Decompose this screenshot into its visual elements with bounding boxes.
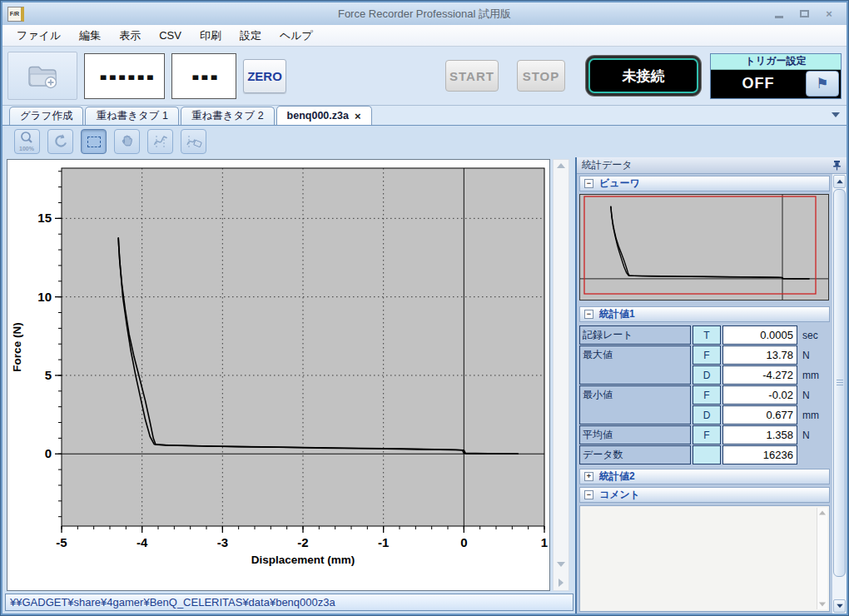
zoom-100-button[interactable]: 100% bbox=[14, 129, 40, 154]
connection-status-button[interactable]: 未接続 bbox=[588, 58, 698, 93]
scroll-down-button[interactable] bbox=[833, 599, 846, 613]
menu-item-ヘルプ[interactable]: ヘルプ bbox=[271, 25, 322, 47]
stat-row-label: 記録レート bbox=[579, 325, 691, 345]
trigger-settings-group: トリガー設定 OFF ⚑ bbox=[710, 53, 842, 99]
comment-scrollbar[interactable] bbox=[817, 508, 827, 609]
menu-item-設定[interactable]: 設定 bbox=[231, 25, 271, 47]
svg-text:Displacement (mm): Displacement (mm) bbox=[251, 554, 355, 566]
menu-item-CSV[interactable]: CSV bbox=[150, 26, 191, 45]
stat-value-field: -4.272 bbox=[722, 365, 797, 385]
main-content: -5-4-3-2-101051015Displacement (mm)Force… bbox=[2, 157, 847, 614]
minimize-icon bbox=[775, 16, 783, 18]
scroll-up-icon bbox=[837, 180, 843, 184]
main-toolbar: ------ --- ZERO START STOP 未接続 トリガー設定 OF… bbox=[2, 47, 847, 106]
stat-unit-label: N bbox=[799, 345, 830, 365]
stat-row-label: データ数 bbox=[579, 445, 691, 464]
tab-重ね書きタブ 2[interactable]: 重ね書きタブ 2 bbox=[181, 107, 275, 125]
section-header-viewer[interactable]: − ビューワ bbox=[579, 176, 830, 191]
force-displacement-chart[interactable]: -5-4-3-2-101051015Displacement (mm)Force… bbox=[7, 159, 550, 591]
open-file-button[interactable] bbox=[7, 52, 77, 100]
comment-textarea[interactable] bbox=[579, 505, 830, 612]
scrollbar-thumb[interactable] bbox=[833, 189, 846, 577]
tab-list-dropdown-icon[interactable] bbox=[832, 112, 840, 117]
menu-item-ファイル[interactable]: ファイル bbox=[7, 25, 70, 47]
collapse-icon[interactable]: − bbox=[584, 179, 593, 188]
menu-item-編集[interactable]: 編集 bbox=[70, 25, 110, 47]
viewer-canvas[interactable] bbox=[579, 194, 829, 301]
status-bar: ¥¥GADGET¥share¥4gamer¥BenQ_CELERITAS¥dat… bbox=[5, 594, 573, 611]
maximize-icon bbox=[800, 10, 809, 17]
scroll-down-icon bbox=[837, 604, 843, 609]
svg-text:5: 5 bbox=[45, 368, 52, 382]
menu-item-印刷[interactable]: 印刷 bbox=[191, 25, 231, 47]
svg-text:-2: -2 bbox=[297, 535, 308, 549]
hand-icon bbox=[119, 133, 136, 150]
scroll-down-icon[interactable] bbox=[557, 562, 565, 567]
chart-area: -5-4-3-2-101051015Displacement (mm)Force… bbox=[2, 157, 575, 591]
stats-panel-content: − ビューワ − 統計値1 記録レートT0.0005sec最大値F13.78ND… bbox=[577, 174, 832, 614]
stat-tag-cell bbox=[693, 445, 721, 464]
chart-canvas[interactable]: -5-4-3-2-101051015Displacement (mm)Force… bbox=[7, 160, 549, 589]
displacement-display: --- bbox=[171, 53, 236, 99]
trigger-flag-button[interactable]: ⚑ bbox=[806, 71, 839, 97]
window-controls: × bbox=[773, 8, 842, 20]
collapse-icon[interactable]: − bbox=[584, 490, 593, 499]
stat-tag-cell: T bbox=[693, 325, 721, 345]
undo-button[interactable] bbox=[47, 129, 73, 154]
selection-rect-icon bbox=[87, 137, 101, 147]
svg-text:0: 0 bbox=[45, 446, 52, 460]
displacement-display-value: --- bbox=[190, 57, 218, 95]
tab-グラフ作成[interactable]: グラフ作成 bbox=[9, 107, 83, 125]
zero-button[interactable]: ZERO bbox=[243, 59, 286, 93]
maximize-button[interactable] bbox=[798, 8, 810, 20]
stats-panel-title: 統計データ bbox=[582, 158, 633, 172]
stat-row-label: 平均値 bbox=[579, 425, 691, 445]
folder-add-icon bbox=[26, 62, 59, 89]
curve-erase-button[interactable] bbox=[181, 129, 206, 154]
pan-hand-button[interactable] bbox=[114, 129, 140, 154]
section-header-stats1[interactable]: − 統計値1 bbox=[579, 306, 830, 322]
tab-close-icon[interactable]: × bbox=[355, 111, 361, 122]
section-header-stats2[interactable]: + 統計値2 bbox=[579, 469, 830, 484]
stat-value-field: 0.0005 bbox=[722, 325, 797, 345]
collapse-icon[interactable]: − bbox=[584, 310, 593, 319]
chart-vertical-scrollbar[interactable] bbox=[553, 159, 569, 591]
tab-label: 重ね書きタブ 1 bbox=[96, 109, 168, 123]
menu-item-表示[interactable]: 表示 bbox=[110, 25, 150, 47]
svg-text:1: 1 bbox=[541, 535, 548, 549]
stop-button[interactable]: STOP bbox=[517, 60, 565, 92]
curve-eraser-icon bbox=[186, 133, 202, 150]
tab-重ね書きタブ 1[interactable]: 重ね書きタブ 1 bbox=[85, 107, 179, 125]
magnifier-icon: 100% bbox=[17, 131, 37, 152]
stat-tag-cell: D bbox=[693, 365, 721, 385]
collapse-icon[interactable]: + bbox=[584, 472, 593, 481]
curve-edit-button[interactable] bbox=[147, 129, 173, 154]
viewer-thumbnail[interactable] bbox=[579, 194, 830, 304]
section-label: ビューワ bbox=[599, 176, 640, 191]
section-header-comment[interactable]: − コメント bbox=[579, 487, 830, 503]
scroll-up-button[interactable] bbox=[833, 175, 846, 188]
svg-text:100%: 100% bbox=[19, 146, 35, 152]
stats-panel: 統計データ − ビューワ bbox=[575, 157, 847, 614]
stat-value-field: -0.02 bbox=[722, 385, 797, 405]
pin-icon[interactable] bbox=[832, 160, 842, 171]
scroll-down-icon[interactable] bbox=[819, 603, 826, 607]
scroll-right-icon[interactable] bbox=[559, 579, 564, 587]
scroll-up-icon[interactable] bbox=[557, 163, 565, 168]
scroll-up-icon[interactable] bbox=[819, 511, 826, 515]
stat-tag-cell: D bbox=[693, 405, 721, 425]
title-bar[interactable]: F/R Force Recorder Professional 試用版 × bbox=[2, 2, 847, 25]
stats-panel-header[interactable]: 統計データ bbox=[577, 157, 847, 174]
force-display-value: ------ bbox=[98, 57, 154, 95]
start-button[interactable]: START bbox=[445, 60, 499, 92]
minimize-button[interactable] bbox=[773, 8, 785, 20]
close-button[interactable]: × bbox=[823, 8, 835, 20]
tab-label: グラフ作成 bbox=[20, 109, 72, 123]
stats-panel-scrollbar[interactable] bbox=[832, 174, 847, 614]
stat-tag-cell: F bbox=[693, 385, 721, 405]
tab-benq000.z3a[interactable]: benq000.z3a× bbox=[276, 106, 372, 125]
region-select-button[interactable] bbox=[81, 129, 107, 154]
file-path-text: ¥¥GADGET¥share¥4gamer¥BenQ_CELERITAS¥dat… bbox=[10, 596, 335, 609]
stats1-table: 記録レートT0.0005sec最大値F13.78ND-4.272mm最小値F-0… bbox=[579, 325, 830, 466]
stat-row-label: 最小値 bbox=[579, 385, 691, 425]
